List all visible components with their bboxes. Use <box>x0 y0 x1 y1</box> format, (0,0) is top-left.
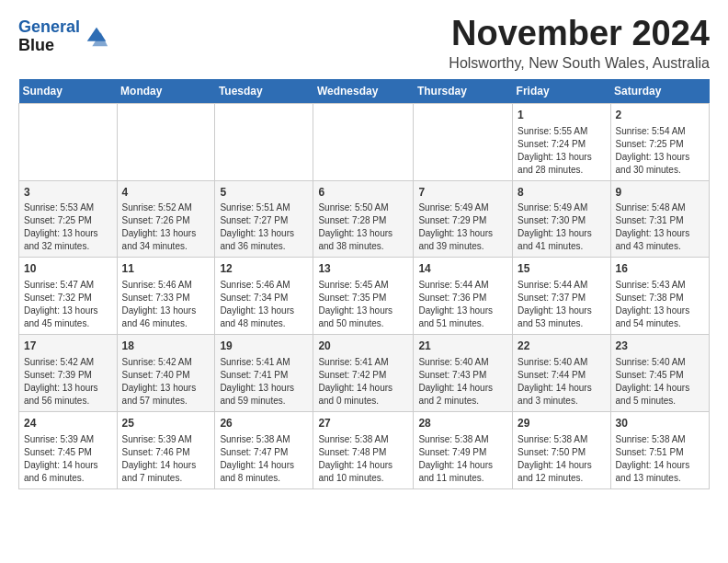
calendar-cell: 8Sunrise: 5:49 AMSunset: 7:30 PMDaylight… <box>513 180 610 258</box>
day-number: 5 <box>220 185 308 201</box>
day-number: 7 <box>418 185 507 201</box>
calendar-week-row: 17Sunrise: 5:42 AMSunset: 7:39 PMDayligh… <box>19 335 710 412</box>
calendar-cell <box>215 103 313 180</box>
day-number: 28 <box>418 416 507 431</box>
day-number: 26 <box>220 416 308 431</box>
logo-icon <box>84 24 109 50</box>
month-year-title: November 2024 <box>449 15 710 53</box>
calendar-cell: 25Sunrise: 5:39 AMSunset: 7:46 PMDayligh… <box>117 411 215 488</box>
calendar-cell: 6Sunrise: 5:50 AMSunset: 7:28 PMDaylight… <box>313 180 414 258</box>
col-wednesday: Wednesday <box>313 79 414 104</box>
day-number: 23 <box>616 339 704 354</box>
calendar-body: 1Sunrise: 5:55 AMSunset: 7:24 PMDaylight… <box>19 103 710 488</box>
calendar-cell: 28Sunrise: 5:38 AMSunset: 7:49 PMDayligh… <box>414 411 513 488</box>
day-number: 27 <box>318 416 408 431</box>
calendar-cell: 3Sunrise: 5:53 AMSunset: 7:25 PMDaylight… <box>19 180 118 258</box>
calendar-cell: 20Sunrise: 5:41 AMSunset: 7:42 PMDayligh… <box>313 335 414 412</box>
calendar-cell: 9Sunrise: 5:48 AMSunset: 7:31 PMDaylight… <box>610 180 709 258</box>
day-number: 13 <box>318 261 408 277</box>
calendar-cell: 29Sunrise: 5:38 AMSunset: 7:50 PMDayligh… <box>513 411 610 488</box>
calendar-cell: 4Sunrise: 5:52 AMSunset: 7:26 PMDaylight… <box>117 180 215 258</box>
calendar-cell: 10Sunrise: 5:47 AMSunset: 7:32 PMDayligh… <box>19 258 118 335</box>
calendar-cell <box>414 103 513 180</box>
day-number: 21 <box>418 339 507 354</box>
calendar-cell: 27Sunrise: 5:38 AMSunset: 7:48 PMDayligh… <box>313 411 414 488</box>
day-number: 19 <box>220 339 308 354</box>
calendar-cell: 7Sunrise: 5:49 AMSunset: 7:29 PMDaylight… <box>414 180 513 258</box>
col-sunday: Sunday <box>19 79 118 104</box>
logo-text: GeneralBlue <box>18 18 80 55</box>
day-number: 8 <box>518 185 605 201</box>
calendar-cell: 19Sunrise: 5:41 AMSunset: 7:41 PMDayligh… <box>215 335 313 412</box>
calendar-week-row: 3Sunrise: 5:53 AMSunset: 7:25 PMDaylight… <box>19 180 710 258</box>
day-number: 18 <box>122 339 210 354</box>
calendar-table: Sunday Monday Tuesday Wednesday Thursday… <box>18 79 710 489</box>
day-number: 25 <box>122 416 210 431</box>
col-tuesday: Tuesday <box>215 79 313 104</box>
col-saturday: Saturday <box>610 79 709 104</box>
day-number: 4 <box>122 185 210 201</box>
page-header: GeneralBlue November 2024 Holsworthy, Ne… <box>18 15 710 72</box>
calendar-cell: 23Sunrise: 5:40 AMSunset: 7:45 PMDayligh… <box>610 335 709 412</box>
calendar-cell: 5Sunrise: 5:51 AMSunset: 7:27 PMDaylight… <box>215 180 313 258</box>
day-number: 3 <box>24 185 112 201</box>
calendar-cell: 2Sunrise: 5:54 AMSunset: 7:25 PMDaylight… <box>610 103 709 180</box>
logo: GeneralBlue <box>18 18 109 55</box>
calendar-cell <box>117 103 215 180</box>
day-number: 6 <box>318 185 408 201</box>
calendar-cell: 11Sunrise: 5:46 AMSunset: 7:33 PMDayligh… <box>117 258 215 335</box>
calendar-cell: 26Sunrise: 5:38 AMSunset: 7:47 PMDayligh… <box>215 411 313 488</box>
calendar-cell: 12Sunrise: 5:46 AMSunset: 7:34 PMDayligh… <box>215 258 313 335</box>
calendar-cell: 16Sunrise: 5:43 AMSunset: 7:38 PMDayligh… <box>610 258 709 335</box>
day-number: 20 <box>318 339 408 354</box>
calendar-cell: 17Sunrise: 5:42 AMSunset: 7:39 PMDayligh… <box>19 335 118 412</box>
day-number: 29 <box>518 416 605 431</box>
day-number: 2 <box>616 108 704 123</box>
header-row: Sunday Monday Tuesday Wednesday Thursday… <box>19 79 710 104</box>
day-number: 17 <box>24 339 112 354</box>
day-number: 1 <box>518 108 605 123</box>
calendar-cell: 22Sunrise: 5:40 AMSunset: 7:44 PMDayligh… <box>513 335 610 412</box>
calendar-cell: 14Sunrise: 5:44 AMSunset: 7:36 PMDayligh… <box>414 258 513 335</box>
calendar-cell: 21Sunrise: 5:40 AMSunset: 7:43 PMDayligh… <box>414 335 513 412</box>
calendar-cell <box>313 103 414 180</box>
title-section: November 2024 Holsworthy, New South Wale… <box>449 15 710 72</box>
col-friday: Friday <box>513 79 610 104</box>
calendar-cell: 13Sunrise: 5:45 AMSunset: 7:35 PMDayligh… <box>313 258 414 335</box>
col-monday: Monday <box>117 79 215 104</box>
calendar-week-row: 24Sunrise: 5:39 AMSunset: 7:45 PMDayligh… <box>19 411 710 488</box>
day-number: 16 <box>616 261 704 277</box>
calendar-cell: 15Sunrise: 5:44 AMSunset: 7:37 PMDayligh… <box>513 258 610 335</box>
calendar-cell <box>19 103 118 180</box>
calendar-cell: 1Sunrise: 5:55 AMSunset: 7:24 PMDaylight… <box>513 103 610 180</box>
location-subtitle: Holsworthy, New South Wales, Australia <box>449 55 710 72</box>
calendar-cell: 30Sunrise: 5:38 AMSunset: 7:51 PMDayligh… <box>610 411 709 488</box>
day-number: 24 <box>24 416 112 431</box>
calendar-week-row: 10Sunrise: 5:47 AMSunset: 7:32 PMDayligh… <box>19 258 710 335</box>
day-number: 22 <box>518 339 605 354</box>
day-number: 10 <box>24 261 112 277</box>
calendar-cell: 18Sunrise: 5:42 AMSunset: 7:40 PMDayligh… <box>117 335 215 412</box>
calendar-week-row: 1Sunrise: 5:55 AMSunset: 7:24 PMDaylight… <box>19 103 710 180</box>
calendar-header: Sunday Monday Tuesday Wednesday Thursday… <box>19 79 710 104</box>
day-number: 11 <box>122 261 210 277</box>
day-number: 9 <box>616 185 704 201</box>
calendar-cell: 24Sunrise: 5:39 AMSunset: 7:45 PMDayligh… <box>19 411 118 488</box>
day-number: 30 <box>616 416 704 431</box>
day-number: 12 <box>220 261 308 277</box>
col-thursday: Thursday <box>414 79 513 104</box>
day-number: 15 <box>518 261 605 277</box>
day-number: 14 <box>418 261 507 277</box>
